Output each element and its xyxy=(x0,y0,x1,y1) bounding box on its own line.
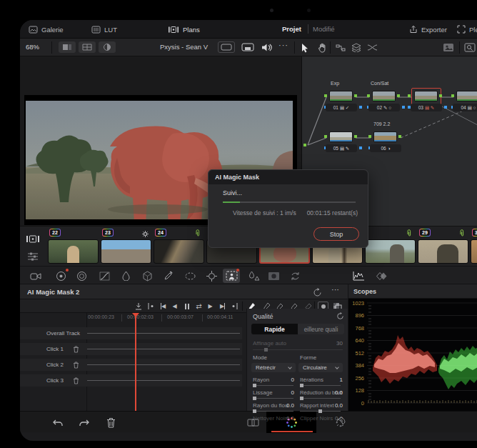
quality-best-button[interactable]: eilleure quali xyxy=(298,324,344,334)
redo-button[interactable] xyxy=(77,417,90,428)
stop-tracking-button[interactable]: Stop xyxy=(313,227,359,241)
track-one-forward-button[interactable] xyxy=(229,301,240,312)
timeline-playhead-marker[interactable] xyxy=(132,313,139,317)
timeline-playhead[interactable] xyxy=(135,313,136,411)
camera-raw-tool[interactable] xyxy=(27,269,44,283)
tab-gallery[interactable]: Galerie xyxy=(29,20,64,39)
node-05-rgb-in[interactable] xyxy=(324,135,327,138)
delete-button[interactable] xyxy=(104,416,117,429)
viewer-options-menu[interactable]: ··· xyxy=(278,41,288,49)
add-keyframe-button[interactable] xyxy=(133,301,144,312)
lut-search-button[interactable] xyxy=(463,41,477,54)
pointer-tool[interactable] xyxy=(298,41,311,54)
param-slider[interactable] xyxy=(300,385,341,386)
node-01-rgb-in[interactable] xyxy=(324,94,327,97)
delete-track-button[interactable] xyxy=(72,361,80,369)
param-slider[interactable] xyxy=(253,398,293,399)
layers-tool[interactable] xyxy=(350,41,363,54)
tracker-tool[interactable] xyxy=(203,269,220,283)
node-05-key-out[interactable] xyxy=(359,146,362,149)
audio-mute-button[interactable] xyxy=(260,41,273,54)
node-01-rgb-out[interactable] xyxy=(354,94,357,97)
clip-thumbnail-24[interactable] xyxy=(154,239,204,264)
wipe-compare-button[interactable] xyxy=(218,41,235,53)
node-02-rgb-in[interactable] xyxy=(367,94,370,97)
proxy-hd-button[interactable] xyxy=(239,41,256,53)
node-01-thumb[interactable] xyxy=(329,91,353,101)
cycle-tool[interactable] xyxy=(286,269,303,283)
3d-qualifier-tool[interactable] xyxy=(139,269,156,283)
track-forward-button[interactable]: ▶ xyxy=(205,301,216,312)
param-slider[interactable] xyxy=(253,411,293,412)
node-06-rgb-out[interactable] xyxy=(398,135,401,138)
node-02-thumb[interactable] xyxy=(372,91,396,101)
curves-tool[interactable] xyxy=(96,269,113,283)
node-05-thumb[interactable] xyxy=(329,131,353,142)
power-window-tool[interactable] xyxy=(181,269,199,283)
node-02-rgb-out[interactable] xyxy=(397,94,400,97)
shape-dropdown[interactable]: Circulaire xyxy=(298,363,343,372)
view-single-button[interactable] xyxy=(59,41,76,53)
view-split-button[interactable] xyxy=(99,41,116,53)
hdr-wheels-tool[interactable] xyxy=(73,269,90,283)
node-06-rgb-in[interactable] xyxy=(368,135,371,138)
undo-button[interactable] xyxy=(51,417,64,428)
node-03-key-out[interactable] xyxy=(444,106,447,109)
color-wheels-tool[interactable] xyxy=(52,269,69,283)
track-to-end-button[interactable]: ▶ xyxy=(217,301,228,312)
fullscreen-button[interactable]: Plein écran xyxy=(457,20,477,39)
clips-view-icon[interactable] xyxy=(24,232,42,245)
clip-thumbnail-29[interactable] xyxy=(418,239,468,264)
clip-thumbnail-22[interactable] xyxy=(48,239,99,264)
blur-tool[interactable] xyxy=(245,269,262,283)
still-grab-button[interactable] xyxy=(441,41,456,54)
clip-filter-icon[interactable] xyxy=(24,250,42,263)
node-04-numbar[interactable]: 04▤ ○ xyxy=(453,104,477,111)
clip-flag-gear-icon[interactable] xyxy=(141,230,149,237)
node-link-tool[interactable] xyxy=(334,41,347,54)
param-slider[interactable] xyxy=(300,398,341,399)
view-grid-button[interactable] xyxy=(79,41,96,53)
pause-button[interactable] xyxy=(181,301,192,312)
qualifier-tool[interactable] xyxy=(117,269,134,283)
vignette-tool[interactable] xyxy=(265,269,282,283)
track-to-start-button[interactable]: ◀ xyxy=(158,301,169,312)
tab-clips[interactable]: Plans xyxy=(168,20,200,39)
node-01-key-out[interactable] xyxy=(359,106,362,109)
track-bidirectional-button[interactable]: ⇄ xyxy=(194,301,204,312)
node-03-thumb[interactable] xyxy=(414,91,438,101)
mixer-tool[interactable] xyxy=(366,41,378,54)
keyframes-toggle[interactable] xyxy=(373,269,391,283)
track-one-back-button[interactable] xyxy=(146,301,156,312)
picker-tool[interactable] xyxy=(160,269,177,283)
settings-reset-button[interactable] xyxy=(336,312,345,321)
export-button[interactable]: Exporter xyxy=(409,20,447,39)
mode-dropdown[interactable]: Rétrécir xyxy=(251,363,296,372)
quality-fast-button[interactable]: Rapide xyxy=(251,324,298,334)
hand-tool[interactable] xyxy=(316,41,328,54)
node-01-numbar[interactable]: 01▤ ✓ xyxy=(326,104,357,111)
node-04-thumb[interactable] xyxy=(456,91,477,101)
node-02-key-out[interactable] xyxy=(402,106,405,109)
node-02-numbar[interactable]: 02✎ ○ xyxy=(368,104,400,111)
source-output-connector[interactable] xyxy=(303,144,306,146)
magic-mask-tool[interactable] xyxy=(223,269,240,283)
node-04-rgb-in[interactable] xyxy=(451,94,454,97)
param-slider[interactable] xyxy=(253,385,293,386)
track-reverse-button[interactable]: ◀ xyxy=(169,301,180,312)
node-03-rgb-in[interactable] xyxy=(408,94,411,97)
delete-track-button[interactable] xyxy=(72,377,80,384)
tab-lut[interactable]: LUT xyxy=(91,20,117,39)
clip-thumbnail-28[interactable] xyxy=(365,239,416,264)
param-slider[interactable] xyxy=(300,411,341,412)
node-03-rgb-out[interactable] xyxy=(439,94,442,97)
clip-thumbnail-30[interactable] xyxy=(471,239,477,264)
panel-reset-button[interactable] xyxy=(311,287,323,298)
node-03-numbar[interactable]: 03▤ ✎ xyxy=(411,104,442,111)
delete-track-button[interactable] xyxy=(72,345,80,353)
panel-options-menu[interactable]: ··· xyxy=(331,285,339,294)
clip-thumbnail-23[interactable] xyxy=(101,239,151,264)
node-06-thumb[interactable] xyxy=(373,131,397,142)
clip-title[interactable]: Pxysis - Sean V xyxy=(160,43,208,51)
refine-slider[interactable] xyxy=(253,349,343,350)
